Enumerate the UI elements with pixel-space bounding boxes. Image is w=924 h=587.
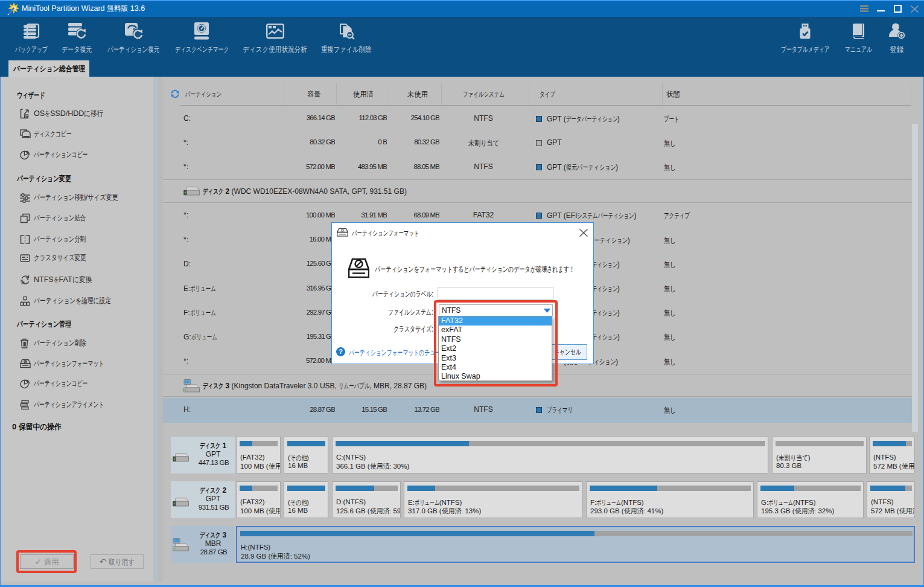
svg-text:N: N	[21, 279, 23, 283]
